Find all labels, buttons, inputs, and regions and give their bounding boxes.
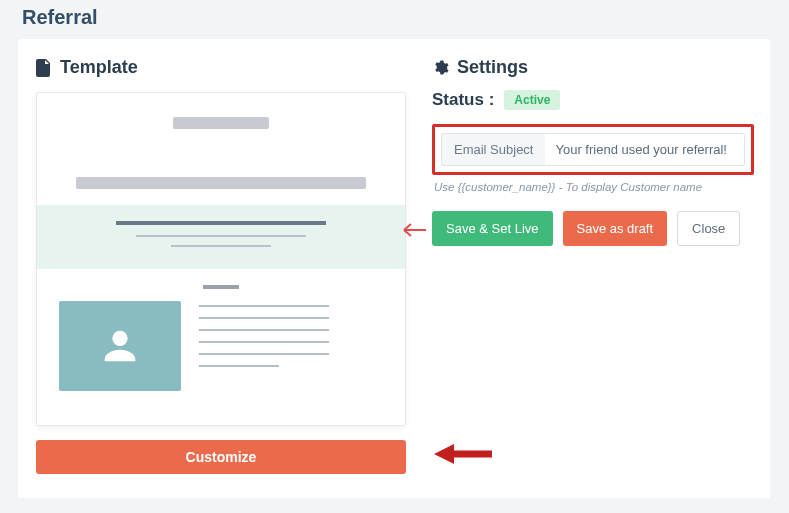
template-column: Template [36, 57, 406, 474]
email-subject-row: Email Subject [432, 124, 754, 175]
settings-heading: Settings [432, 57, 752, 78]
email-preview [36, 92, 406, 426]
preview-placeholder [173, 117, 269, 129]
email-subject-input[interactable] [545, 133, 745, 166]
preview-placeholder [203, 285, 239, 289]
preview-placeholder [76, 177, 366, 189]
preview-text-lines [199, 301, 383, 377]
settings-buttons: Save & Set Live Save as draft Close [432, 211, 752, 246]
page-title: Referral [0, 0, 789, 39]
referral-card: Template [18, 39, 770, 498]
close-button[interactable]: Close [677, 211, 740, 246]
template-heading-text: Template [60, 57, 138, 78]
email-subject-hint: Use {{customer_name}} - To display Custo… [434, 181, 752, 193]
status-badge: Active [504, 90, 560, 110]
preview-hero [37, 205, 405, 269]
settings-heading-text: Settings [457, 57, 528, 78]
file-icon [36, 59, 52, 77]
template-heading: Template [36, 57, 406, 78]
save-draft-button[interactable]: Save as draft [563, 211, 668, 246]
customize-button[interactable]: Customize [36, 440, 406, 474]
settings-column: Settings Status : Active Email Subject U… [432, 57, 752, 474]
status-label: Status : [432, 90, 494, 110]
avatar-placeholder [59, 301, 181, 391]
save-set-live-button[interactable]: Save & Set Live [432, 211, 553, 246]
gear-icon [432, 59, 449, 76]
status-row: Status : Active [432, 90, 752, 110]
email-subject-label: Email Subject [441, 133, 545, 166]
